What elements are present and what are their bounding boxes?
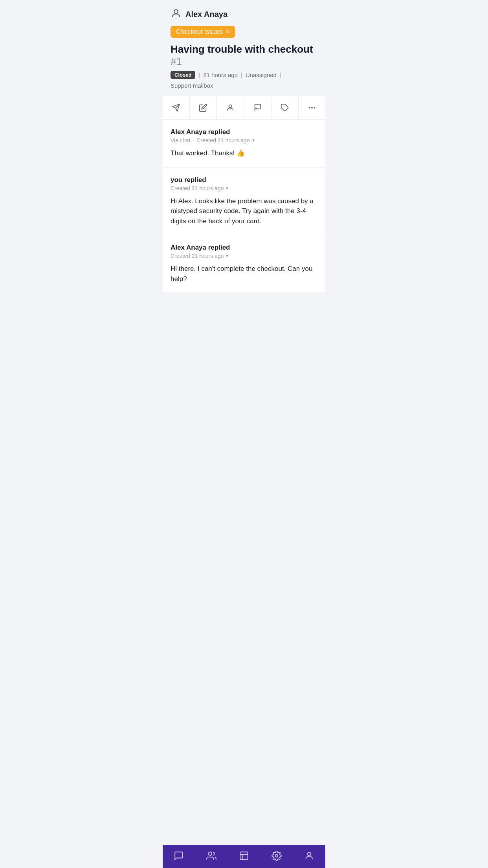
message-header: Alex Anaya replied Created 21 hours ago … bbox=[171, 244, 317, 259]
message-body: Hi Alex. Looks like the problem was caus… bbox=[171, 196, 317, 226]
tag-button[interactable] bbox=[272, 96, 299, 119]
message-time: Created 21 hours ago bbox=[171, 185, 224, 191]
more-button[interactable] bbox=[299, 96, 325, 119]
message-block: Alex Anaya replied Via chat · Created 21… bbox=[163, 120, 325, 167]
tag-close-button[interactable]: × bbox=[226, 28, 229, 35]
assign-button[interactable] bbox=[217, 96, 244, 119]
ticket-title-text: Having trouble with checkout bbox=[171, 43, 313, 55]
message-time-row: Via chat · Created 21 hours ago ▾ bbox=[171, 137, 317, 143]
chevron-down-icon[interactable]: ▾ bbox=[226, 253, 228, 259]
message-time: Created 21 hours ago bbox=[196, 137, 250, 143]
main-content: Alex Anaya Checkout Issues × Having trou… bbox=[163, 0, 325, 356]
message-time: Created 21 hours ago bbox=[171, 253, 224, 259]
svg-point-0 bbox=[174, 10, 178, 13]
edit-button[interactable] bbox=[190, 96, 217, 119]
message-author: Alex Anaya replied bbox=[171, 244, 317, 252]
message-body: That worked. Thanks! 👍 bbox=[171, 148, 317, 158]
message-block: Alex Anaya replied Created 21 hours ago … bbox=[163, 235, 325, 293]
ticket-assigned: Unassigned bbox=[246, 72, 277, 78]
message-header: Alex Anaya replied Via chat · Created 21… bbox=[171, 128, 317, 143]
header-section: Alex Anaya Checkout Issues × Having trou… bbox=[163, 0, 325, 89]
chevron-down-icon[interactable]: ▾ bbox=[226, 186, 228, 191]
svg-point-7 bbox=[311, 107, 313, 109]
messages-container: Alex Anaya replied Via chat · Created 21… bbox=[163, 120, 325, 293]
ticket-number: #1 bbox=[171, 55, 182, 67]
message-time-row: Created 21 hours ago ▾ bbox=[171, 185, 317, 191]
message-author: Alex Anaya replied bbox=[171, 128, 317, 136]
chevron-down-icon[interactable]: ▾ bbox=[252, 138, 255, 143]
message-header: you replied Created 21 hours ago ▾ bbox=[171, 176, 317, 191]
toolbar bbox=[163, 96, 325, 120]
message-via: Via chat bbox=[171, 137, 190, 143]
ticket-time: 21 hours ago bbox=[203, 72, 238, 78]
svg-point-6 bbox=[309, 107, 310, 109]
user-row: Alex Anaya bbox=[171, 8, 317, 20]
svg-point-3 bbox=[229, 105, 232, 108]
message-author: you replied bbox=[171, 176, 317, 184]
svg-point-8 bbox=[314, 107, 316, 109]
user-name: Alex Anaya bbox=[185, 10, 227, 19]
flag-button[interactable] bbox=[244, 96, 272, 119]
user-avatar-icon bbox=[171, 8, 182, 20]
ticket-title: Having trouble with checkout #1 bbox=[171, 43, 317, 68]
tag-label: Checkout Issues bbox=[176, 28, 222, 35]
message-body: Hi there. I can't complete the checkout.… bbox=[171, 264, 317, 284]
tag-badge[interactable]: Checkout Issues × bbox=[171, 26, 235, 38]
tag-row: Checkout Issues × bbox=[171, 26, 317, 38]
ticket-mailbox: Support mailbox bbox=[171, 82, 213, 89]
message-time-row: Created 21 hours ago ▾ bbox=[171, 253, 317, 259]
message-block: you replied Created 21 hours ago ▾ Hi Al… bbox=[163, 167, 325, 235]
ticket-meta: Closed | 21 hours ago | Unassigned | Sup… bbox=[171, 71, 317, 89]
send-button[interactable] bbox=[163, 96, 190, 119]
empty-space bbox=[163, 293, 325, 324]
status-badge: Closed bbox=[171, 71, 195, 79]
